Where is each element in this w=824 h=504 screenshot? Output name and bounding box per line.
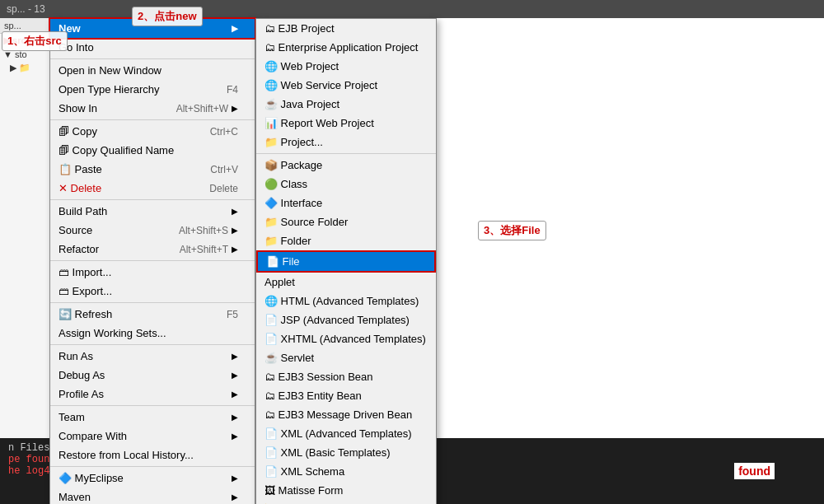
found-label: found — [734, 463, 775, 479]
submenu-report-web[interactable]: 📊 Report Web Project — [256, 114, 436, 133]
menu-item-open-new-window[interactable]: Open in New Window — [50, 61, 255, 80]
separator-7 — [50, 405, 255, 406]
menu-item-myeclipse[interactable]: 🔷 MyEclipse ▶ — [50, 469, 255, 488]
menu-item-go-into[interactable]: Go Into — [50, 38, 255, 57]
menu-item-profile-as[interactable]: Profile As ▶ — [50, 385, 255, 404]
separator-1 — [50, 58, 255, 59]
menu-item-export[interactable]: 🗃 Export... — [50, 282, 255, 301]
separator-2 — [50, 119, 255, 120]
submenu-project[interactable]: 📁 Project... — [256, 133, 436, 152]
separator-6 — [50, 344, 255, 345]
submenu-ejb-project[interactable]: 🗂 EJB Project — [256, 19, 436, 38]
separator-8 — [50, 466, 255, 467]
submenu-xhtml-adv[interactable]: 📄 XHTML (Advanced Templates) — [256, 329, 436, 348]
menu-item-run-as[interactable]: Run As ▶ — [50, 347, 255, 366]
menu-item-compare-with[interactable]: Compare With ▶ — [50, 427, 255, 446]
menu-item-team[interactable]: Team ▶ — [50, 408, 255, 427]
separator-3 — [50, 199, 255, 200]
annotation-step1: 1、右击src — [2, 31, 68, 51]
separator-5 — [50, 302, 255, 303]
menu-item-assign-working-sets[interactable]: Assign Working Sets... — [50, 324, 255, 343]
menu-item-refresh[interactable]: 🔄 Refresh F5 — [50, 305, 255, 324]
submenu-applet[interactable]: Applet — [256, 273, 436, 292]
submenu-html-adv[interactable]: 🌐 HTML (Advanced Templates) — [256, 292, 436, 310]
submenu-ejb3-entity[interactable]: 🗂 EJB3 Entity Bean — [256, 386, 436, 405]
menu-item-copy-qualified[interactable]: 🗐 Copy Qualified Name — [50, 141, 255, 160]
menu-item-refactor[interactable]: Refactor Alt+Shift+T ▶ — [50, 240, 255, 259]
annotation-step2: 2、点击new — [132, 7, 203, 26]
submenu-xml-adv[interactable]: 📄 XML (Advanced Templates) — [256, 424, 436, 443]
submenu-package[interactable]: 📦 Package — [256, 156, 436, 175]
submenu-xml-schema[interactable]: 📄 XML Schema — [256, 462, 436, 481]
menu-item-copy[interactable]: 🗐 Copy Ctrl+C — [50, 122, 255, 141]
menu-item-open-type-hierarchy[interactable]: Open Type Hierarchy F4 — [50, 80, 255, 99]
menu-item-build-path[interactable]: Build Path ▶ — [50, 202, 255, 221]
submenu-folder[interactable]: 📁 Folder — [256, 231, 436, 250]
submenu-matisse-form[interactable]: 🖼 Matisse Form — [256, 481, 436, 500]
menu-item-import[interactable]: 🗃 Import... — [50, 263, 255, 282]
submenu-source-folder[interactable]: 📁 Source Folder — [256, 212, 436, 231]
submenu-web-project[interactable]: 🌐 Web Project — [256, 57, 436, 76]
separator-4 — [50, 260, 255, 261]
menu-item-source[interactable]: Source Alt+Shift+S ▶ — [50, 221, 255, 240]
submenu-jsp-adv[interactable]: 📄 JSP (Advanced Templates) — [256, 310, 436, 329]
menu-item-show-in[interactable]: Show In Alt+Shift+W ▶ — [50, 99, 255, 118]
submenu-servlet[interactable]: ☕ Servlet — [256, 348, 436, 367]
submenu-class[interactable]: 🟢 Class — [256, 175, 436, 194]
window-title: sp... - 13 — [7, 3, 45, 15]
submenu-file[interactable]: 📄 File — [256, 250, 436, 273]
arrow-icon: ▶ — [232, 24, 238, 33]
submenu-ejb3-session[interactable]: 🗂 EJB3 Session Bean — [256, 367, 436, 386]
submenu-sep-1 — [256, 153, 436, 154]
submenu-uml1-model[interactable]: 📐 UML1 Model — [256, 500, 436, 504]
submenu-web-service[interactable]: 🌐 Web Service Project — [256, 76, 436, 95]
menu-item-delete[interactable]: ✕ Delete Delete — [50, 179, 255, 198]
annotation-step3: 3、选择File — [478, 221, 546, 240]
submenu-interface[interactable]: 🔷 Interface — [256, 194, 436, 212]
context-menu: New ▶ Go Into Open in New Window Open Ty… — [49, 18, 255, 504]
submenu-java-project[interactable]: ☕ Java Project — [256, 95, 436, 114]
submenu-ejb3-message[interactable]: 🗂 EJB3 Message Driven Bean — [256, 405, 436, 424]
submenu-enterprise-app[interactable]: 🗂 Enterprise Application Project — [256, 38, 436, 57]
menu-item-paste[interactable]: 📋 Paste Ctrl+V — [50, 160, 255, 179]
menu-item-debug-as[interactable]: Debug As ▶ — [50, 366, 255, 385]
submenu-xml-basic[interactable]: 📄 XML (Basic Templates) — [256, 443, 436, 462]
menu-item-maven[interactable]: Maven ▶ — [50, 488, 255, 504]
top-bar: sp... - 13 — [0, 0, 824, 18]
submenu-new: 🗂 EJB Project 🗂 Enterprise Application P… — [255, 18, 437, 504]
menu-item-restore[interactable]: Restore from Local History... — [50, 446, 255, 464]
